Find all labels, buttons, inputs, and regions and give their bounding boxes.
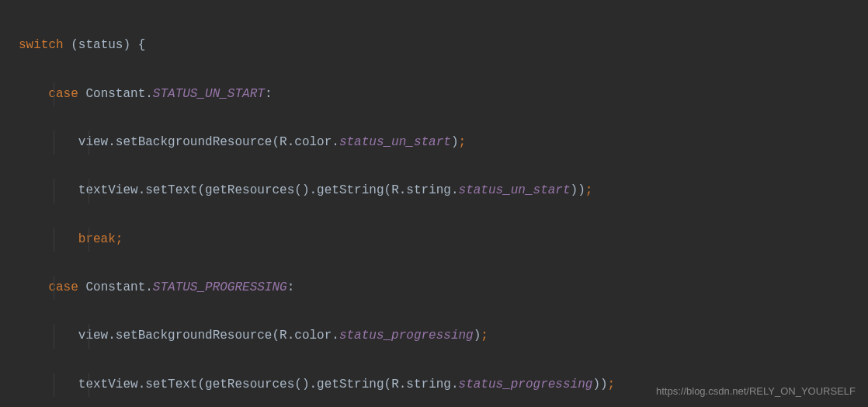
variable-status: status (78, 38, 123, 52)
constant-status: STATUS_UN_START (153, 87, 265, 101)
code-line: textView.setText(getResources().getStrin… (19, 179, 849, 203)
watermark-text: https://blog.csdn.net/RELY_ON_YOURSELF (656, 381, 856, 401)
code-editor: switch (status) { case Constant.STATUS_U… (19, 9, 849, 407)
code-line: view.setBackgroundResource(R.color.statu… (19, 130, 849, 155)
code-line: break; (19, 228, 849, 252)
code-line: case Constant.STATUS_PROGRESSING: (19, 276, 849, 300)
class-constant: Constant (85, 280, 145, 294)
code-line: case Constant.STATUS_UN_START: (19, 82, 849, 106)
class-constant: Constant (85, 87, 145, 101)
keyword-break: break (78, 232, 116, 246)
code-line: view.setBackgroundResource(R.color.statu… (19, 324, 849, 348)
constant-status: STATUS_PROGRESSING (153, 280, 287, 294)
code-line: switch (status) { (19, 33, 849, 57)
keyword-switch: switch (19, 38, 64, 52)
